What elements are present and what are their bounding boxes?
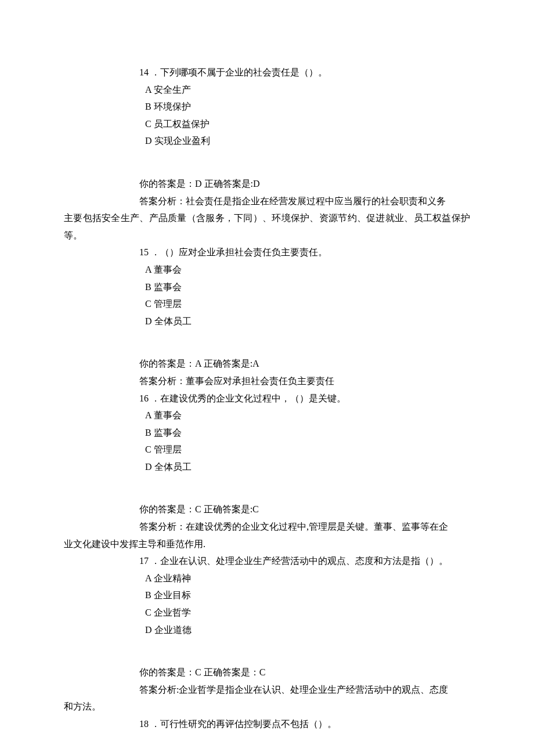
answer-15: 你的答案是：A 正确答案是:A 答案分析：董事会应对承担社会责任负主要责任 [64,355,470,389]
question-number: 14 ． [139,67,160,77]
your-answer: 你的答案是：C 正确答案是:C [139,501,470,518]
analysis-lead: 答案分析:企业哲学是指企业在认识、处理企业生产经营活动中的观点、态度 [139,681,470,699]
option-a: A 安全生产 [139,81,470,99]
option-b: B 环境保护 [139,98,470,115]
option-d: D 全体员工 [139,458,470,476]
spacer [64,491,470,501]
question-14: 14 ．下列哪项不属于企业的社会责任是（）。 A 安全生产 B 环境保护 C 员… [64,64,470,150]
question-text: 下列哪项不属于企业的社会责任是（）。 [160,67,327,77]
analysis-wrap: 业文化建设中发挥主导和垂范作用. [64,536,470,553]
option-a: A 董事会 [139,407,470,424]
question-text: 企业在认识、处理企业生产经营活动中的观点、态度和方法是指（）。 [160,556,448,566]
question-stem: 17 ．企业在认识、处理企业生产经营活动中的观点、态度和方法是指（）。 [139,552,470,570]
answer-16: 你的答案是：C 正确答案是:C 答案分析：在建设优秀的企业文化过程中,管理层是关… [64,501,470,535]
your-answer: 你的答案是：A 正确答案是:A [139,355,470,372]
spacer [64,330,470,346]
option-c: C 员工权益保护 [139,115,470,133]
page: 14 ．下列哪项不属于企业的社会责任是（）。 A 安全生产 B 环境保护 C 员… [0,0,534,756]
question-number: 18 ． [139,719,160,729]
spacer [64,166,470,175]
answer-17: 你的答案是：C 正确答案是：C 答案分析:企业哲学是指企业在认识、处理企业生产经… [64,664,470,698]
question-stem: 15 ．（）应对企业承担社会责任负主要责任。 [139,244,470,261]
option-d: D 全体员工 [139,313,470,330]
spacer [64,475,470,491]
option-c: C 管理层 [139,295,470,313]
question-16: 16 ．在建设优秀的企业文化过程中，（）是关键。 A 董事会 B 监事会 C 管… [64,390,470,476]
your-answer: 你的答案是：D 正确答案是:D [139,175,470,193]
question-number: 17 ． [139,556,160,566]
question-stem: 18 ．可行性研究的再评估控制要点不包括（）。 [139,715,470,733]
option-c: C 企业哲学 [139,604,470,621]
option-c: C 管理层 [139,441,470,458]
question-15: 15 ．（）应对企业承担社会责任负主要责任。 A 董事会 B 监事会 C 管理层… [64,244,470,330]
option-a: A 董事会 [139,261,470,278]
question-text: 在建设优秀的企业文化过程中，（）是关键。 [160,393,346,403]
option-d: D 企业道德 [139,621,470,639]
option-d: D 实现企业盈利 [139,132,470,150]
question-17: 17 ．企业在认识、处理企业生产经营活动中的观点、态度和方法是指（）。 A 企业… [64,552,470,638]
question-number: 15 ． [139,247,160,257]
option-a: A 企业精神 [139,570,470,587]
analysis-wrap: 和方法。 [64,698,470,715]
option-b: B 企业目标 [139,587,470,604]
analysis: 答案分析：董事会应对承担社会责任负主要责任 [139,372,470,390]
analysis-lead: 答案分析：在建设优秀的企业文化过程中,管理层是关键。董事、监事等在企 [139,518,470,536]
analysis-lead: 答案分析：社会责任是指企业在经营发展过程中应当履行的社会职责和义务 [139,193,470,210]
question-number: 16 ． [139,393,160,403]
question-text: （）应对企业承担社会责任负主要责任。 [160,247,327,257]
your-answer: 你的答案是：C 正确答案是：C [139,664,470,681]
analysis-wrap: 主要包括安全生产、产品质量（含服务，下同）、环境保护、资源节约、促进就业、员工权… [64,209,470,244]
question-stem: 14 ．下列哪项不属于企业的社会责任是（）。 [139,64,470,81]
question-18: 18 ．可行性研究的再评估控制要点不包括（）。 [64,715,470,733]
option-b: B 监事会 [139,424,470,442]
spacer [64,638,470,654]
question-text: 可行性研究的再评估控制要点不包括（）。 [160,719,337,729]
question-stem: 16 ．在建设优秀的企业文化过程中，（）是关键。 [139,390,470,407]
spacer [64,654,470,664]
spacer [64,346,470,355]
answer-14: 你的答案是：D 正确答案是:D 答案分析：社会责任是指企业在经营发展过程中应当履… [64,175,470,209]
option-b: B 监事会 [139,278,470,296]
spacer [64,150,470,166]
